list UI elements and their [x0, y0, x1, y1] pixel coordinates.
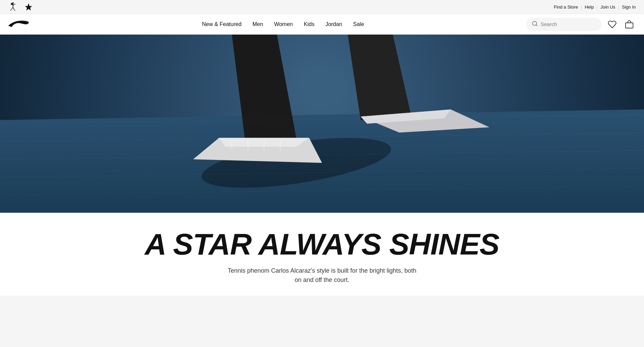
search-input[interactable]: [541, 21, 596, 27]
hero-image: [0, 35, 644, 213]
svg-line-4: [11, 7, 13, 10]
utility-bar: Find a Store | Help | Join Us | Sign In: [0, 0, 644, 14]
heart-icon: [608, 20, 617, 29]
join-us-link[interactable]: Join Us: [601, 4, 615, 10]
svg-line-7: [14, 10, 15, 11]
utility-links: Find a Store | Help | Join Us | Sign In: [554, 4, 636, 10]
nav-new-featured[interactable]: New & Featured: [197, 18, 246, 30]
hero-content: A STAR ALWAYS SHINES Tennis phenom Carlo…: [0, 213, 644, 296]
hero-title: A STAR ALWAYS SHINES: [8, 229, 636, 259]
svg-line-6: [10, 10, 11, 11]
favorites-button[interactable]: [606, 18, 619, 31]
nav-sale[interactable]: Sale: [348, 18, 369, 30]
brand-logos: [8, 2, 36, 12]
svg-marker-8: [25, 3, 33, 11]
nav-links: New & Featured Men Women Kids Jordan Sal…: [40, 18, 526, 30]
main-nav: New & Featured Men Women Kids Jordan Sal…: [0, 14, 644, 35]
nav-right-controls: [526, 18, 636, 31]
bag-icon: [625, 20, 634, 29]
svg-point-0: [12, 2, 14, 4]
converse-logo-icon[interactable]: [23, 2, 36, 12]
svg-rect-11: [626, 23, 633, 28]
find-store-link[interactable]: Find a Store: [554, 4, 578, 10]
nav-jordan[interactable]: Jordan: [321, 18, 347, 30]
search-icon: [532, 21, 538, 28]
search-bar[interactable]: [526, 18, 602, 31]
jordan-logo-icon[interactable]: [8, 2, 18, 12]
nav-men[interactable]: Men: [248, 18, 268, 30]
nav-kids[interactable]: Kids: [299, 18, 319, 30]
nav-women[interactable]: Women: [269, 18, 298, 30]
svg-line-10: [536, 25, 537, 26]
sign-in-link[interactable]: Sign In: [622, 4, 636, 10]
svg-line-3: [13, 4, 15, 5]
nike-logo[interactable]: [8, 20, 29, 29]
bag-button[interactable]: [623, 18, 636, 31]
help-link[interactable]: Help: [585, 4, 594, 10]
hero-subtitle: Tennis phenom Carlos Alcaraz's style is …: [226, 266, 418, 285]
svg-line-5: [13, 7, 14, 10]
hero-canvas: [0, 35, 644, 213]
